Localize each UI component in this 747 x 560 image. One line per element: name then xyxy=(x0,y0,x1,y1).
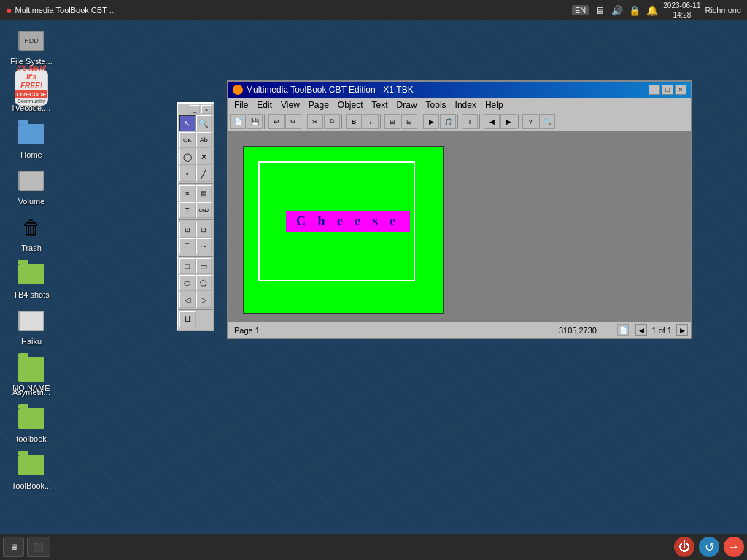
tb-new-button[interactable]: 📄 xyxy=(230,114,246,129)
tb-grid-button[interactable]: ⊞ xyxy=(384,114,400,129)
canvas-area[interactable]: C h e e s e xyxy=(228,131,691,322)
tb-sep-8 xyxy=(518,114,521,129)
pentagon-tool-button[interactable]: ⬠ xyxy=(196,275,212,291)
desktop-icon-livecode[interactable]: It's New! It's FREE! LIVECODE Community … xyxy=(6,73,57,112)
toolbook-folder-shape xyxy=(18,408,44,429)
tb-search-button[interactable]: 🔍 xyxy=(539,114,555,129)
menu-page[interactable]: Page xyxy=(304,99,333,111)
align-left-tool-button[interactable]: ⊞ xyxy=(179,222,196,238)
circle-tool-button[interactable]: ◯ xyxy=(179,149,196,165)
prev-page-button[interactable]: ◀ xyxy=(635,324,647,336)
tb-cut-button[interactable]: ✂ xyxy=(307,114,323,129)
tool-row-11: ◁ ▷ xyxy=(179,292,212,308)
tool-row-1: ↖ 🔍 xyxy=(179,115,212,131)
desktop-icon-toolbook2[interactable]: ToolBook... xyxy=(6,451,57,490)
select-tool-button[interactable]: ↖ xyxy=(179,115,196,131)
zoom-tool-button[interactable]: 🔍 xyxy=(196,115,212,131)
monitor-tray-icon: 🖥 xyxy=(593,4,606,17)
tb-copy-button[interactable]: ⧉ xyxy=(324,114,340,129)
window-close-button[interactable]: × xyxy=(675,85,686,95)
desktop-icon-trash[interactable]: 🗑 Trash xyxy=(6,213,57,252)
panel-titlebar: _ × xyxy=(179,105,212,114)
dot-tool-button[interactable]: • xyxy=(179,166,196,182)
window-title: Multimedia ToolBook CBT Edition - X1.TBK xyxy=(246,85,414,95)
line-tool-button[interactable]: ╱ xyxy=(196,166,212,182)
tb-save-button[interactable]: 💾 xyxy=(247,114,263,129)
table-tool-button[interactable]: ▤ xyxy=(196,185,212,201)
haiku-label: Haiku xyxy=(21,337,42,346)
tb-help-button[interactable]: ? xyxy=(522,114,538,129)
align-right-tool-button[interactable]: ⊟ xyxy=(196,222,212,238)
taskbar-sys-buttons: ⏻ ↺ → xyxy=(674,537,744,557)
desktop-icon-home[interactable]: Home xyxy=(6,120,57,159)
desktop-icon-volume[interactable]: Volume xyxy=(6,166,57,206)
tool-separator-4 xyxy=(179,309,213,310)
tb-next-button[interactable]: ▶ xyxy=(500,114,516,129)
taskbar-monitor-icon: 🖥 xyxy=(9,542,18,551)
menu-edit[interactable]: Edit xyxy=(252,99,276,111)
menu-text[interactable]: Text xyxy=(368,99,392,111)
menu-file[interactable]: File xyxy=(230,99,252,111)
cross-tool-button[interactable]: ✕ xyxy=(196,149,212,165)
menu-view[interactable]: View xyxy=(276,99,304,111)
desktop-icon-haiku[interactable]: Haiku xyxy=(6,306,57,346)
ok-tool-button[interactable]: OK xyxy=(179,132,196,148)
window-minimize-button[interactable]: _ xyxy=(649,85,660,95)
tb-play-button[interactable]: ▶ xyxy=(423,114,439,129)
next-page-button[interactable]: ▶ xyxy=(676,324,688,336)
taskbar-terminal-item[interactable]: ⬛ xyxy=(27,537,50,557)
film-tool-button[interactable]: 🎞 xyxy=(179,311,196,327)
obj-tool-button[interactable]: OBJ xyxy=(196,202,212,218)
tool-row-6: T OBJ xyxy=(179,202,212,218)
menu-index[interactable]: Index xyxy=(451,99,481,111)
window-restore-button[interactable]: □ xyxy=(662,85,673,95)
tool-row-8: ⌒ ~ xyxy=(179,238,212,254)
arrow-right-tool-button[interactable]: ▷ xyxy=(196,292,212,308)
text-tool-button[interactable]: Ab xyxy=(196,132,212,148)
panel-minimize-button[interactable]: _ xyxy=(190,105,200,114)
tool-panel: _ × ↖ 🔍 OK Ab ◯ ✕ • ╱ ≡ ▤ T OBJ xyxy=(177,102,214,331)
desktop-icon-asymetri[interactable]: Asymetri... xyxy=(6,357,57,397)
tool-row-10: ⬭ ⬠ xyxy=(179,275,212,291)
desktop-icon-toolbook[interactable]: toolbook xyxy=(6,404,57,443)
page-navigation: ◀ 1 of 1 ▶ xyxy=(632,324,691,336)
menu-object[interactable]: Object xyxy=(333,99,368,111)
rect-tool-button[interactable]: ▭ xyxy=(196,258,212,274)
asymetri-icon xyxy=(17,357,46,386)
tb-align-button[interactable]: ⊟ xyxy=(401,114,417,129)
tb-text-button[interactable]: T xyxy=(462,114,478,129)
desktop-icon-tb4shots[interactable]: TB4 shots xyxy=(6,260,57,299)
panel-close-button[interactable]: × xyxy=(201,105,212,114)
list-tool-button[interactable]: ≡ xyxy=(179,185,196,201)
logout-button[interactable]: → xyxy=(724,537,744,557)
system-tray: EN 🖥 🔊 🔒 🔔 2023-06-11 14:28 Richmond xyxy=(572,1,747,20)
oval-tool-button[interactable]: ⬭ xyxy=(179,275,196,291)
desktop-icon-filesystem[interactable]: HDD File Syste... xyxy=(6,26,57,66)
tb-italic-button[interactable]: I xyxy=(363,114,379,129)
trash-label: Trash xyxy=(21,244,42,252)
tb-undo-button[interactable]: ↩ xyxy=(268,114,285,129)
livecode-shape: It's New! It's FREE! LIVECODE Community … xyxy=(15,69,49,106)
menu-help[interactable]: Help xyxy=(481,99,508,111)
arrow-left-tool-button[interactable]: ◁ xyxy=(179,292,196,308)
folder-green-shape xyxy=(18,264,44,284)
menu-draw[interactable]: Draw xyxy=(392,99,422,111)
tb-redo-button[interactable]: ↪ xyxy=(285,114,301,129)
desktop-icons-container: HDD File Syste... It's New! It's FREE! L… xyxy=(6,26,57,392)
taskbar-monitor-item[interactable]: 🖥 xyxy=(3,537,24,557)
tb-prev-button[interactable]: ◀ xyxy=(484,114,500,129)
location-label: Richmond xyxy=(705,6,741,15)
status-icon-1[interactable]: 📄 xyxy=(617,324,629,336)
desktop: ● Multimedia ToolBook CBT ... EN 🖥 🔊 🔒 🔔… xyxy=(0,0,747,560)
wave-tool-button[interactable]: ⌒ xyxy=(179,238,196,254)
refresh-button[interactable]: ↺ xyxy=(699,537,719,557)
tb-media-button[interactable]: 🎵 xyxy=(440,114,456,129)
active-app[interactable]: ● Multimedia ToolBook CBT ... xyxy=(0,0,122,20)
sine-tool-button[interactable]: ~ xyxy=(196,238,212,254)
tb-bold-button[interactable]: B xyxy=(346,114,362,129)
lang-indicator: EN xyxy=(572,5,589,15)
textfield-tool-button[interactable]: T xyxy=(179,202,196,218)
menu-tools[interactable]: Tools xyxy=(422,99,451,111)
power-button[interactable]: ⏻ xyxy=(674,537,694,557)
square-tool-button[interactable]: □ xyxy=(179,258,196,274)
